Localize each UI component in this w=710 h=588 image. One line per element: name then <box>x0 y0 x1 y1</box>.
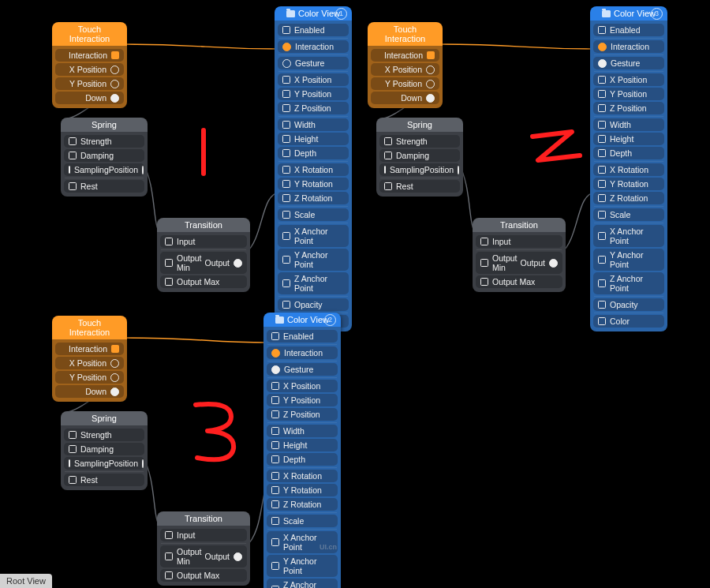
port-x-position[interactable]: X Position <box>55 63 124 76</box>
port-y-position[interactable]: Y Position <box>55 371 124 384</box>
port-y-position[interactable]: Y Position <box>278 88 349 100</box>
port-depth[interactable]: Depth <box>593 147 664 159</box>
port-scale[interactable]: Scale <box>267 515 338 527</box>
transition-node[interactable]: Transition Input Output MinOutput Output… <box>157 511 250 586</box>
port-z-rotation[interactable]: Z Rotation <box>267 498 338 511</box>
port-x-anchor[interactable]: X Anchor Point <box>278 225 349 247</box>
port-z-rotation[interactable]: Z Rotation <box>278 192 349 204</box>
port-in-icon <box>69 182 77 190</box>
transition-node[interactable]: Transition Input Output MinOutput Output… <box>473 218 566 292</box>
transition-node[interactable]: Transition Input Output MinOutput Output… <box>157 218 250 292</box>
port-z-position[interactable]: Z Position <box>278 102 349 114</box>
port-height[interactable]: Height <box>278 133 349 145</box>
port-interaction[interactable]: Interaction <box>371 49 439 62</box>
port-y-position[interactable]: Y Position <box>55 77 124 90</box>
port-input[interactable]: Input <box>160 529 247 541</box>
touch-interaction-node[interactable]: Touch Interaction Interaction X Position… <box>368 22 443 108</box>
port-sampling-position[interactable]: SamplingPosition <box>64 163 144 176</box>
port-scale[interactable]: Scale <box>593 208 664 221</box>
port-input[interactable]: Input <box>476 235 562 248</box>
port-depth[interactable]: Depth <box>267 453 338 466</box>
port-output-max[interactable]: Output Max <box>160 275 247 288</box>
port-z-anchor[interactable]: Z Anchor Point <box>593 272 664 294</box>
port-rest[interactable]: Rest <box>64 180 144 193</box>
port-gesture[interactable]: Gesture <box>593 57 664 69</box>
port-gesture[interactable]: Gesture <box>278 57 349 69</box>
port-x-position[interactable]: X Position <box>267 380 338 392</box>
port-input[interactable]: Input <box>160 235 247 248</box>
port-down[interactable]: Down <box>55 385 124 398</box>
port-interaction[interactable]: Interaction <box>55 49 124 62</box>
port-opacity[interactable]: Opacity <box>593 298 664 311</box>
port-strength[interactable]: Strength <box>379 135 460 148</box>
port-down[interactable]: Down <box>55 92 124 104</box>
port-z-rotation[interactable]: Z Rotation <box>593 192 664 204</box>
port-enabled[interactable]: Enabled <box>593 24 664 36</box>
port-output-max[interactable]: Output Max <box>160 569 247 582</box>
spring-node[interactable]: Spring Strength Damping SamplingPosition… <box>61 411 148 490</box>
spring-node[interactable]: Spring Strength Damping SamplingPosition… <box>61 118 148 197</box>
port-z-anchor[interactable]: Z Anchor Point <box>267 579 338 588</box>
port-x-position[interactable]: X Position <box>593 73 664 86</box>
port-interaction[interactable]: Interaction <box>55 343 124 355</box>
port-opacity[interactable]: Opacity <box>278 298 349 311</box>
port-z-anchor[interactable]: Z Anchor Point <box>278 272 349 294</box>
port-enabled[interactable]: Enabled <box>278 24 349 36</box>
port-height[interactable]: Height <box>593 133 664 145</box>
port-y-anchor[interactable]: Y Anchor Point <box>593 249 664 271</box>
port-y-position[interactable]: Y Position <box>371 77 439 90</box>
port-y-anchor[interactable]: Y Anchor Point <box>267 555 338 577</box>
port-x-rotation[interactable]: X Rotation <box>278 163 349 176</box>
color-view-node[interactable]: Color View1 Enabled Interaction Gesture … <box>275 6 352 331</box>
port-z-position[interactable]: Z Position <box>267 408 338 421</box>
port-interaction[interactable]: Interaction <box>267 346 338 359</box>
port-y-position[interactable]: Y Position <box>593 88 664 100</box>
port-x-anchor[interactable]: X Anchor Point <box>593 225 664 247</box>
color-view-node[interactable]: Color View3 Enabled Interaction Gesture … <box>590 6 667 331</box>
port-x-position[interactable]: X Position <box>278 73 349 86</box>
port-interaction[interactable]: Interaction <box>593 40 664 53</box>
port-z-position[interactable]: Z Position <box>593 102 664 114</box>
port-down[interactable]: Down <box>371 92 439 104</box>
port-output-row[interactable]: Output MinOutput <box>160 545 247 567</box>
port-enabled[interactable]: Enabled <box>267 330 338 343</box>
port-depth[interactable]: Depth <box>278 147 349 159</box>
port-y-rotation[interactable]: Y Rotation <box>267 484 338 496</box>
port-in-icon <box>69 152 77 159</box>
port-sampling-position[interactable]: SamplingPosition <box>64 457 144 470</box>
port-rest[interactable]: Rest <box>64 474 144 486</box>
port-output-row[interactable]: Output MinOutput <box>160 252 247 274</box>
touch-interaction-node[interactable]: Touch Interaction Interaction X Position… <box>52 316 127 402</box>
spring-node[interactable]: Spring Strength Damping SamplingPosition… <box>376 118 463 197</box>
port-in-icon <box>282 26 290 34</box>
port-in-icon <box>271 349 280 358</box>
port-scale[interactable]: Scale <box>278 208 349 221</box>
port-height[interactable]: Height <box>267 439 338 451</box>
port-color[interactable]: Color <box>593 315 664 328</box>
port-y-rotation[interactable]: Y Rotation <box>593 178 664 190</box>
port-x-rotation[interactable]: X Rotation <box>593 163 664 176</box>
port-strength[interactable]: Strength <box>64 135 144 148</box>
port-sampling-position[interactable]: SamplingPosition <box>379 163 460 176</box>
port-width[interactable]: Width <box>593 118 664 131</box>
port-x-position[interactable]: X Position <box>55 357 124 369</box>
port-x-position[interactable]: X Position <box>371 63 439 76</box>
port-y-rotation[interactable]: Y Rotation <box>278 178 349 190</box>
root-view-button[interactable]: Root View <box>0 574 52 588</box>
touch-interaction-node[interactable]: Touch Interaction Interaction X Position… <box>52 22 127 108</box>
port-strength[interactable]: Strength <box>64 429 144 441</box>
port-rest[interactable]: Rest <box>379 180 460 193</box>
port-width[interactable]: Width <box>278 118 349 131</box>
port-damping[interactable]: Damping <box>64 149 144 162</box>
port-y-anchor[interactable]: Y Anchor Point <box>278 249 349 271</box>
port-damping[interactable]: Damping <box>64 443 144 455</box>
port-in-icon <box>384 137 392 145</box>
port-gesture[interactable]: Gesture <box>267 363 338 376</box>
port-output-row[interactable]: Output MinOutput <box>476 252 562 274</box>
port-width[interactable]: Width <box>267 425 338 437</box>
port-interaction[interactable]: Interaction <box>278 40 349 53</box>
port-output-max[interactable]: Output Max <box>476 275 562 288</box>
port-x-rotation[interactable]: X Rotation <box>267 470 338 482</box>
port-damping[interactable]: Damping <box>379 149 460 162</box>
port-y-position[interactable]: Y Position <box>267 394 338 406</box>
